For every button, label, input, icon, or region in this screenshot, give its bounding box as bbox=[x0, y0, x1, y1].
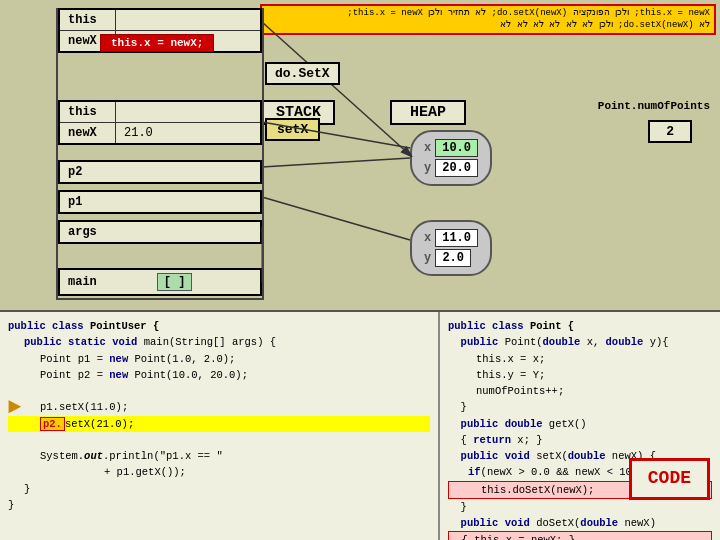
left-line-blank2 bbox=[8, 432, 430, 448]
svg-line-2 bbox=[262, 158, 410, 167]
left-header: public class PointUser { bbox=[8, 318, 430, 334]
left-line-blank bbox=[8, 383, 430, 399]
left-line-p2: Point p2 = new Point(10.0, 20.0); bbox=[8, 367, 430, 383]
frame-value-this-1 bbox=[115, 10, 260, 30]
right-getx-body: { return x; } bbox=[448, 432, 712, 448]
right-constructor-close: } bbox=[448, 399, 712, 415]
heap-y-value-2: 2.0 bbox=[435, 249, 471, 267]
right-getx: public double getX() bbox=[448, 416, 712, 432]
left-line-main: public static void main(String[] args) { bbox=[8, 334, 430, 350]
frame-value-newx-2: 21.0 bbox=[115, 123, 260, 143]
frame-this-2: this newX 21.0 bbox=[58, 100, 262, 145]
point-num-value: 2 bbox=[648, 120, 692, 143]
right-this-y: this.y = Y; bbox=[448, 367, 712, 383]
code-right-panel: public class Point { public Point(double… bbox=[440, 312, 720, 540]
right-numpoints: numOfPoints++; bbox=[448, 383, 712, 399]
left-brace-close: } bbox=[8, 481, 430, 497]
left-line-setx11: p1.setX(11.0); bbox=[8, 399, 430, 415]
frame-label-this-1: this bbox=[60, 10, 115, 30]
frame-label-newx-2: newX bbox=[60, 123, 115, 143]
setx-label: setX bbox=[265, 118, 320, 141]
frame-label-this-2: this bbox=[60, 102, 115, 122]
code-badge: CODE bbox=[629, 458, 710, 500]
left-line-setx21: p2.setX(21.0); bbox=[8, 416, 430, 432]
right-dosetx: public void doSetX(double newX) bbox=[448, 515, 712, 531]
right-dosetx-body: { this.x = newX; } bbox=[448, 531, 712, 540]
frame-value-this-2 bbox=[115, 102, 260, 122]
left-class-close: } bbox=[8, 497, 430, 513]
right-this-x: this.x = x; bbox=[448, 351, 712, 367]
heap-obj-1: x 10.0 y 20.0 bbox=[410, 130, 492, 186]
dosetx-label: do.SetX bbox=[265, 62, 340, 85]
right-header: public class Point { bbox=[448, 318, 712, 334]
heap-y-label-2: y bbox=[424, 251, 431, 265]
code-area: public class PointUser { public static v… bbox=[0, 310, 720, 540]
heap-y-label-1: y bbox=[424, 161, 431, 175]
diagram-area: this.x = newX; ולכן הפונקציה do.setX(new… bbox=[0, 0, 720, 310]
heap-y-value-1: 20.0 bbox=[435, 159, 478, 177]
right-setx-close: } bbox=[448, 499, 712, 515]
heap-label: HEAP bbox=[390, 100, 466, 125]
hebrew-banner: this.x = newX; ולכן הפונקציה do.setX(new… bbox=[260, 4, 716, 35]
left-line-getx: + p1.getX()); bbox=[8, 464, 430, 480]
left-line-println: System.out.println("p1.x == " bbox=[8, 448, 430, 464]
svg-line-3 bbox=[262, 197, 410, 240]
current-line-arrow: ► bbox=[8, 395, 21, 420]
heap-x-label-1: x bbox=[424, 141, 431, 155]
right-constructor: public Point(double x, double y){ bbox=[448, 334, 712, 350]
point-num-label: Point.numOfPoints bbox=[598, 100, 710, 112]
this-x-newx-label: this.x = newX; bbox=[100, 34, 214, 52]
code-left-panel: public class PointUser { public static v… bbox=[0, 312, 440, 540]
left-line-p1: Point p1 = new Point(1.0, 2.0); bbox=[8, 351, 430, 367]
heap-x-value-1: 10.0 bbox=[435, 139, 478, 157]
heap-x-value-2: 11.0 bbox=[435, 229, 478, 247]
heap-obj-2: x 11.0 y 2.0 bbox=[410, 220, 492, 276]
heap-x-label-2: x bbox=[424, 231, 431, 245]
